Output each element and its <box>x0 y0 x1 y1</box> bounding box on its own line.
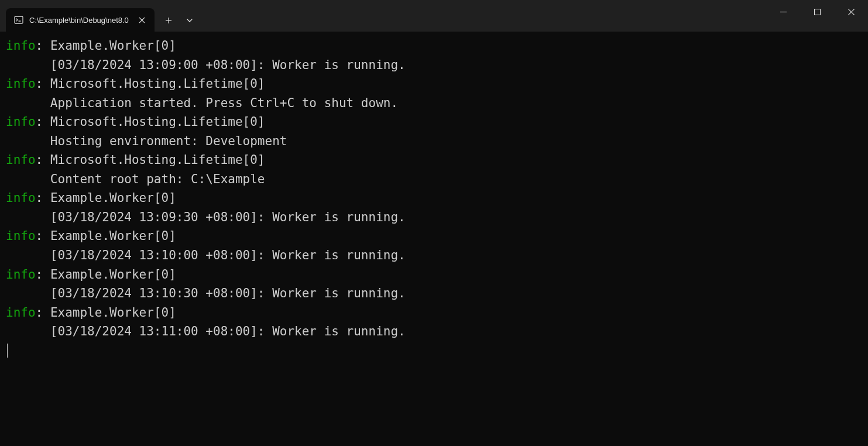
new-tab-button[interactable] <box>158 10 179 31</box>
log-source: Microsoft.Hosting.Lifetime[0] <box>50 115 265 129</box>
log-source: Microsoft.Hosting.Lifetime[0] <box>50 153 265 167</box>
log-source: Example.Worker[0] <box>50 191 176 205</box>
terminal-icon <box>14 15 23 25</box>
log-entry-header: info: Example.Worker[0] <box>6 265 862 284</box>
log-separator: : <box>36 115 50 129</box>
close-tab-button[interactable] <box>137 15 147 25</box>
log-source: Example.Worker[0] <box>50 306 176 320</box>
titlebar: C:\Example\bin\Debug\net8.0 <box>0 0 868 32</box>
log-source: Example.Worker[0] <box>50 229 176 243</box>
log-message: [03/18/2024 13:09:30 +08:00]: Worker is … <box>6 208 862 227</box>
log-entry-header: info: Example.Worker[0] <box>6 227 862 246</box>
log-separator: : <box>36 153 50 167</box>
log-message: Content root path: C:\Example <box>6 170 862 189</box>
log-message: [03/18/2024 13:11:00 +08:00]: Worker is … <box>6 322 862 341</box>
log-level: info <box>6 153 36 167</box>
log-source: Microsoft.Hosting.Lifetime[0] <box>50 77 265 91</box>
log-level: info <box>6 267 36 282</box>
log-separator: : <box>36 191 50 205</box>
log-level: info <box>6 39 36 53</box>
log-level: info <box>6 77 36 91</box>
log-entry-header: info: Microsoft.Hosting.Lifetime[0] <box>6 74 862 94</box>
svg-rect-7 <box>814 9 820 15</box>
terminal-cursor <box>7 344 8 358</box>
log-level: info <box>6 306 36 320</box>
window-controls <box>766 0 868 23</box>
svg-rect-0 <box>15 16 23 23</box>
log-entry-header: info: Microsoft.Hosting.Lifetime[0] <box>6 150 862 170</box>
log-separator: : <box>36 39 50 53</box>
log-message: Application started. Press Ctrl+C to shu… <box>6 94 862 113</box>
log-source: Example.Worker[0] <box>50 267 176 282</box>
log-entry-header: info: Example.Worker[0] <box>6 303 862 323</box>
log-level: info <box>6 115 36 129</box>
log-separator: : <box>36 306 50 320</box>
minimize-button[interactable] <box>766 0 800 23</box>
close-window-button[interactable] <box>834 0 868 23</box>
log-message: [03/18/2024 13:09:00 +08:00]: Worker is … <box>6 56 862 75</box>
log-separator: : <box>36 267 50 282</box>
log-message: [03/18/2024 13:10:00 +08:00]: Worker is … <box>6 246 862 265</box>
log-level: info <box>6 191 36 205</box>
log-separator: : <box>36 229 50 243</box>
log-separator: : <box>36 77 50 91</box>
terminal-tab[interactable]: C:\Example\bin\Debug\net8.0 <box>6 8 155 32</box>
log-entry-header: info: Microsoft.Hosting.Lifetime[0] <box>6 112 862 132</box>
maximize-button[interactable] <box>800 0 834 23</box>
log-message: [03/18/2024 13:10:30 +08:00]: Worker is … <box>6 284 862 303</box>
log-entry-header: info: Example.Worker[0] <box>6 36 862 56</box>
log-message: Hosting environment: Development <box>6 132 862 151</box>
titlebar-left: C:\Example\bin\Debug\net8.0 <box>0 0 200 32</box>
log-source: Example.Worker[0] <box>50 39 176 53</box>
tab-dropdown-button[interactable] <box>179 10 200 31</box>
terminal-output[interactable]: info: Example.Worker[0][03/18/2024 13:09… <box>0 32 868 446</box>
log-entry-header: info: Example.Worker[0] <box>6 188 862 208</box>
log-level: info <box>6 229 36 243</box>
cursor-line <box>6 341 862 361</box>
tab-title: C:\Example\bin\Debug\net8.0 <box>29 16 129 25</box>
